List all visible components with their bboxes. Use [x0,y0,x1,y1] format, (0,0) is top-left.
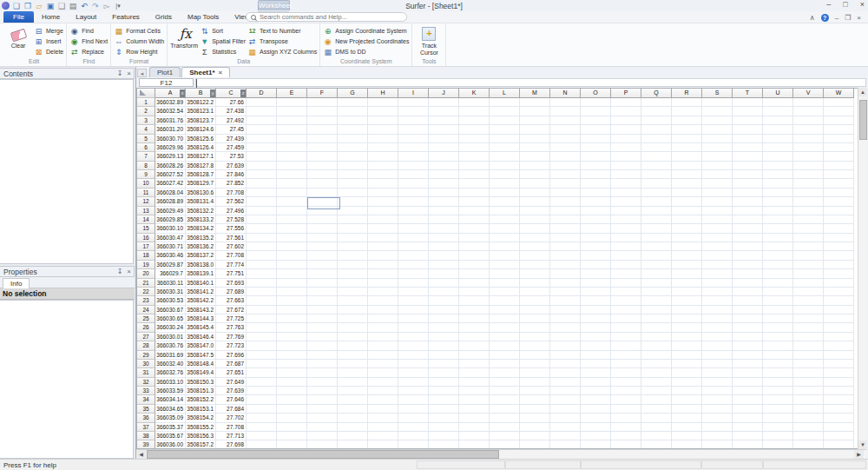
cell-S38[interactable] [702,432,733,440]
cell-L30[interactable] [490,360,520,368]
cell-L17[interactable] [490,242,520,251]
tab-file[interactable]: File [3,11,34,23]
cell-E9[interactable] [277,170,307,179]
row-header-21[interactable]: 21 [137,279,155,288]
cell-I14[interactable] [398,215,429,224]
cell-Q1[interactable] [641,98,672,107]
cell-H25[interactable] [368,314,398,323]
cell-R13[interactable] [672,207,702,215]
cell-T22[interactable] [733,288,763,296]
row-header-9[interactable]: 9 [137,170,155,179]
cell-O7[interactable] [581,152,611,161]
cell-E2[interactable] [277,107,307,116]
cell-F10[interactable] [307,179,338,188]
cell-V18[interactable] [793,251,824,260]
cell-Q6[interactable] [641,143,672,152]
cell-H5[interactable] [368,135,398,143]
cell-J2[interactable] [429,107,459,116]
cell-D12[interactable] [247,197,277,206]
cell-C31[interactable]: 27.651 [216,368,247,377]
cell-B31[interactable]: 3508149.4 [186,368,216,377]
cell-M30[interactable] [520,360,550,368]
cell-M16[interactable] [520,234,550,242]
print-icon[interactable]: ▤ [69,2,77,10]
cell-V22[interactable] [793,288,824,296]
cell-Q22[interactable] [641,288,672,296]
cell-M29[interactable] [520,351,550,360]
cell-P3[interactable] [611,116,641,125]
cell-A14[interactable]: 366029.85 [155,215,186,224]
cell-I26[interactable] [398,323,429,332]
assign-xyz-columns-button[interactable]: Assign XYZ Columns [247,47,317,56]
cell-F7[interactable] [307,152,338,161]
cell-F29[interactable] [307,351,338,360]
cell-B13[interactable]: 3508132.2 [186,207,216,215]
cell-B8[interactable]: 3508127.8 [186,162,216,170]
cell-J26[interactable] [429,323,459,332]
cell-U20[interactable] [763,269,793,278]
cell-I32[interactable] [398,378,429,387]
cell-G17[interactable] [338,242,368,251]
row-header-26[interactable]: 26 [137,323,155,332]
cell-P32[interactable] [611,378,641,387]
cell-M24[interactable] [520,306,550,314]
cell-B26[interactable]: 3508145.4 [186,323,216,332]
cell-J38[interactable] [429,432,459,440]
cell-R10[interactable] [672,179,702,188]
cell-V2[interactable] [793,107,824,116]
find-button[interactable]: Find [69,26,108,36]
cell-I9[interactable] [398,170,429,179]
cell-R21[interactable] [672,279,702,288]
cell-C10[interactable]: 27.852 [216,179,247,188]
cell-U29[interactable] [763,351,793,360]
track-cursor-button[interactable]: Track Cursor [415,24,443,56]
cell-E27[interactable] [277,333,307,341]
row-header-38[interactable]: 38 [137,432,155,440]
cell-W37[interactable] [824,423,854,432]
cell-A22[interactable]: 366030.31 [155,288,186,296]
cell-P24[interactable] [611,306,641,314]
cell-D1[interactable] [247,98,277,107]
cell-B30[interactable]: 3508148.4 [186,360,216,368]
cell-Q20[interactable] [641,269,672,278]
cell-K1[interactable] [459,98,490,107]
cell-W36[interactable] [824,414,854,422]
cell-R30[interactable] [672,360,702,368]
cell-E32[interactable] [277,378,307,387]
cell-A21[interactable]: 366030.11 [155,279,186,288]
transpose-button[interactable]: Transpose [247,36,317,46]
cell-T2[interactable] [733,107,763,116]
cell-O36[interactable] [581,414,611,422]
cell-E3[interactable] [277,116,307,125]
copy-icon[interactable]: ❑ [57,2,66,10]
row-header-17[interactable]: 17 [137,242,155,251]
cell-N2[interactable] [550,107,581,116]
cell-H33[interactable] [368,387,398,395]
cell-C11[interactable]: 27.708 [216,189,247,197]
cell-S32[interactable] [702,378,733,387]
cell-R32[interactable] [672,378,702,387]
cell-R6[interactable] [672,143,702,152]
cell-U4[interactable] [763,125,793,134]
cell-K10[interactable] [459,179,490,188]
cell-P20[interactable] [611,269,641,278]
cell-J29[interactable] [429,351,459,360]
cell-W12[interactable] [824,197,854,206]
cell-W11[interactable] [824,189,854,197]
cell-D27[interactable] [247,333,277,341]
cell-G27[interactable] [338,333,368,341]
cell-M36[interactable] [520,414,550,422]
cell-N5[interactable] [550,135,581,143]
cell-Q17[interactable] [641,242,672,251]
cell-F16[interactable] [307,234,338,242]
column-header-j[interactable]: J [429,89,459,98]
cell-Q32[interactable] [641,378,672,387]
cell-B29[interactable]: 3508147.5 [186,351,216,360]
cell-V14[interactable] [793,215,824,224]
cell-U16[interactable] [763,234,793,242]
statistics-button[interactable]: Statistics [200,47,246,56]
column-header-f[interactable]: F [307,89,338,98]
cell-D29[interactable] [247,351,277,360]
cell-T18[interactable] [733,251,763,260]
cell-R34[interactable] [672,395,702,404]
